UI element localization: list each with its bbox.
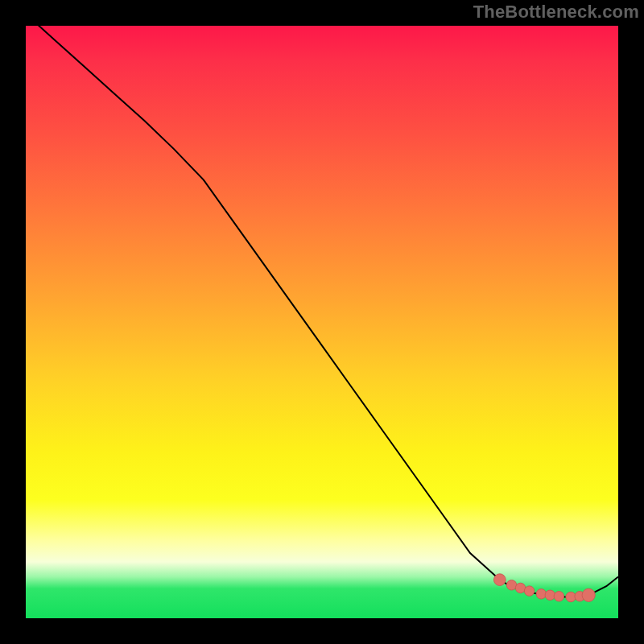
plot-area <box>26 26 618 618</box>
highlight-point <box>524 586 535 597</box>
highlight-point <box>582 588 595 601</box>
highlight-point <box>566 592 576 602</box>
highlight-point <box>554 592 564 602</box>
highlight-point <box>545 590 555 601</box>
highlight-point <box>536 589 547 600</box>
highlighted-points <box>26 26 618 618</box>
chart-frame: TheBottleneck.com <box>0 0 644 644</box>
watermark-text: TheBottleneck.com <box>473 2 639 23</box>
highlight-point <box>493 574 506 586</box>
